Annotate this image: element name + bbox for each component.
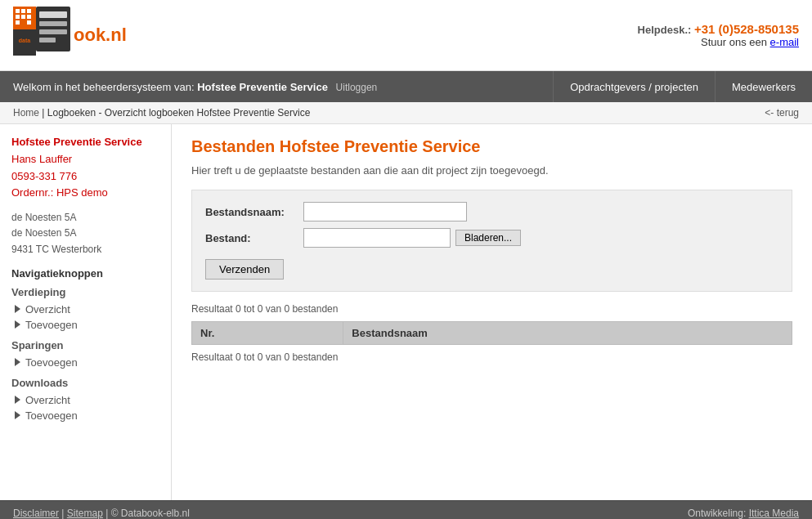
navbar: Welkom in het beheerdersysteem van: Hofs… [0,71,812,102]
nav-item-projects[interactable]: Opdrachtgevers / projecten [553,71,715,102]
svg-rect-5 [21,15,25,19]
disclaimer-link[interactable]: Disclaimer [13,508,59,519]
svg-rect-2 [21,9,25,13]
file-input-row: Bladeren... [303,228,521,248]
sidebar-downloads-overzicht-label: Overzicht [25,394,70,406]
submit-button[interactable]: Verzenden [205,259,284,280]
label-bestandsnaam: Bestandsnaam: [205,206,303,218]
svg-rect-13 [39,38,56,43]
breadcrumb-path: Home | Logboeken - Overzicht logboeken H… [13,107,310,119]
arrow-icon [15,396,20,404]
results-table: Nr. Bestandsnaam [191,321,792,345]
input-bestandsnaam[interactable] [303,202,467,221]
sidebar-nav-title: Navigatieknoppen [11,267,159,280]
sidebar-contact-name: Hans Lauffer [11,151,159,168]
dev-link[interactable]: Ittica Media [749,508,799,519]
result-text-bottom: Resultaat 0 tot 0 van 0 bestanden [191,351,792,363]
sidebar-company-name: Hofstee Preventie Service [11,134,159,151]
breadcrumb-home[interactable]: Home [13,107,39,119]
helpdesk-email-link[interactable]: e-mail [770,36,799,48]
sidebar-verdieping-overzicht-label: Overzicht [25,303,70,315]
sidebar-order: Ordernr.: HPS demo [11,185,159,202]
col-header-nr: Nr. [192,322,343,345]
logout-link[interactable]: Uitloggen [336,82,378,93]
result-text-top: Resultaat 0 tot 0 van 0 bestanden [191,303,792,315]
navbar-company: Hofstee Preventie Service [197,81,328,93]
sitemap-link[interactable]: Sitemap [67,508,103,519]
helpdesk-email-text: Stuur ons een [701,36,767,48]
sidebar-company-info: Hofstee Preventie Service Hans Lauffer 0… [11,134,159,202]
sidebar-downloads-title: Downloads [11,377,159,389]
footer-left: Disclaimer | Sitemap | © Databook-elb.nl [13,508,190,519]
main-layout: Hofstee Preventie Service Hans Lauffer 0… [0,124,812,500]
sidebar-verdieping-toevoegen[interactable]: Toevoegen [11,317,159,333]
sidebar-address-line2: de Noesten 5A [11,226,159,241]
svg-text:data: data [19,38,31,43]
browse-button[interactable]: Bladeren... [455,230,521,246]
label-bestand: Bestand: [205,232,303,244]
sidebar-verdieping-title: Verdieping [11,286,159,298]
arrow-icon [15,320,20,329]
sidebar-verdieping-overzicht[interactable]: Overzicht [11,302,159,317]
logo-box: data [13,7,70,64]
form-row-bestand: Bestand: Bladeren... [205,228,778,248]
breadcrumb: Home | Logboeken - Overzicht logboeken H… [0,102,812,124]
svg-rect-12 [39,29,67,34]
sidebar-order-value: HPS demo [56,186,108,199]
footer-copyright: © Databook-elb.nl [111,508,190,519]
form-row-bestandsnaam: Bestandsnaam: [205,202,778,221]
svg-rect-6 [27,15,31,19]
arrow-icon [15,305,20,313]
file-path-input[interactable] [303,228,451,248]
arrow-icon [15,411,20,419]
nav-item-medewerkers-label: Medewerkers [732,81,796,93]
breadcrumb-current: Logboeken - Overzicht logboeken Hofstee … [47,107,311,119]
helpdesk-row: Helpdesk.: +31 (0)528-850135 [638,22,799,36]
col-header-bestandsnaam: Bestandsnaam [343,322,792,345]
sidebar-contact-phone: 0593-331 776 [11,168,159,186]
upload-form: Bestandsnaam: Bestand: Bladeren... Verze… [191,190,792,292]
title-company: Hofstee Preventie Service [280,137,481,155]
content-area: Bestanden Hofstee Preventie Service Hier… [172,124,812,500]
contact-area: Helpdesk.: +31 (0)528-850135 Stuur ons e… [638,22,799,48]
sidebar: Hofstee Preventie Service Hans Lauffer 0… [0,124,172,500]
logo-area: data dataook.nl [13,7,127,64]
sidebar-sparingen-toevoegen[interactable]: Toevoegen [11,355,159,370]
sidebar-address-line1: de Noesten 5A [11,210,159,226]
svg-rect-8 [27,20,31,25]
svg-rect-3 [27,9,31,13]
nav-item-projects-label: Opdrachtgevers / projecten [570,81,698,93]
helpdesk-email-row: Stuur ons een e-mail [638,36,799,48]
sidebar-downloads-overzicht[interactable]: Overzicht [11,392,159,408]
navbar-welcome: Welkom in het beheerdersysteem van: Hofs… [0,81,553,93]
footer-right: Ontwikkeling: Ittica Media [688,508,799,519]
welcome-text: Welkom in het beheerdersysteem van: [13,81,195,93]
logo-text: dataook.nl [74,25,127,46]
sidebar-order-label: Ordernr.: [11,186,53,199]
logo-brand: ook.nl [74,25,127,45]
page-title: Bestanden Hofstee Preventie Service [191,137,792,156]
svg-rect-11 [39,21,67,26]
sidebar-downloads-toevoegen[interactable]: Toevoegen [11,408,159,423]
table-header-row: Nr. Bestandsnaam [192,322,792,345]
nav-item-medewerkers[interactable]: Medewerkers [715,71,812,102]
form-submit-row: Verzenden [205,254,778,280]
arrow-icon [15,358,20,366]
sidebar-sparingen-toevoegen-label: Toevoegen [25,356,78,369]
sidebar-downloads-toevoegen-label: Toevoegen [25,409,78,422]
back-link[interactable]: <- terug [765,107,799,119]
svg-rect-4 [16,15,20,19]
logo-icon: data [13,7,70,56]
helpdesk-label: Helpdesk.: [638,24,692,36]
svg-rect-7 [16,20,20,25]
content-subtitle: Hier treft u de geplaatste bestanden aan… [191,164,792,177]
footer: Disclaimer | Sitemap | © Databook-elb.nl… [0,500,812,519]
sidebar-address: de Noesten 5A de Noesten 5A 9431 TC West… [11,210,159,257]
dev-label: Ontwikkeling: [688,508,746,519]
sidebar-address-postal: 9431 TC Westerbork [11,242,159,257]
svg-rect-10 [39,11,67,18]
header: data dataook.nl Helpdesk.: +31 (0)528-85… [0,0,812,71]
sidebar-sparingen-title: Sparingen [11,339,159,351]
title-prefix: Bestanden [191,137,275,155]
helpdesk-phone: +31 (0)528-850135 [694,22,799,36]
